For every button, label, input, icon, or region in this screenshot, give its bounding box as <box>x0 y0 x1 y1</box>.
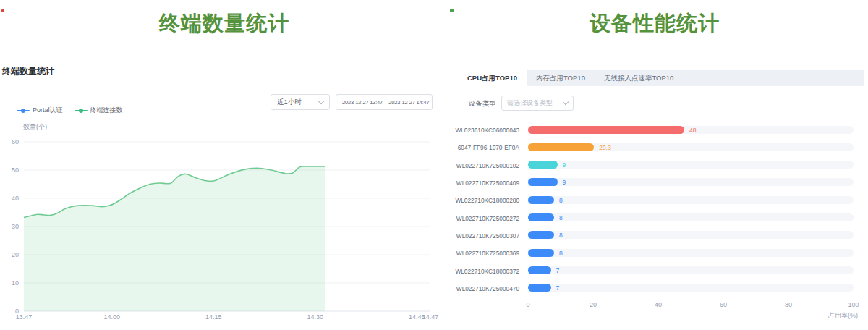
bar-category-label: WL022710K725000409 <box>454 179 519 187</box>
bar-value-label: 8 <box>559 197 563 204</box>
x-tick-label: 13:47 <box>16 313 33 321</box>
bar-track <box>528 284 854 292</box>
date-range-start: 2023-12-27 13:47 <box>342 99 383 106</box>
legend-marker-icon <box>17 109 30 112</box>
bar-value-label: 7 <box>556 267 560 274</box>
bar-track <box>528 161 854 169</box>
device-type-placeholder: 请选择设备类型 <box>507 98 553 108</box>
bar-category-label: WL023610KC06000043 <box>454 127 519 134</box>
x-tick-label: 14:15 <box>205 313 222 321</box>
chevron-down-icon <box>318 98 324 103</box>
bar-track <box>528 249 854 257</box>
area-fill-1 <box>24 166 326 311</box>
legend-dot <box>79 109 83 113</box>
bar[interactable] <box>528 231 554 239</box>
date-range-end: 2023-12-27 14:47 <box>388 99 429 106</box>
legend-marker-icon <box>75 109 88 112</box>
legend-label: 终端连接数 <box>90 106 123 115</box>
x-tick-label: 14:00 <box>104 313 121 321</box>
bar-x-tick-label: 80 <box>785 301 792 308</box>
bar-category-label: WL022710K725000369 <box>454 250 519 257</box>
tab-memory-top10[interactable]: 内存占用TOP10 <box>527 70 595 86</box>
bar-value-label: 7 <box>556 284 560 292</box>
legend: Portal认证终端连接数 <box>17 106 123 115</box>
y-tick-label: 60 <box>0 138 19 145</box>
bar[interactable] <box>528 284 551 292</box>
bar-value-label: 9 <box>563 179 566 186</box>
bar[interactable] <box>528 266 551 274</box>
bar-category-label: WL022710K725000102 <box>454 162 519 169</box>
date-range-separator: - <box>385 99 386 106</box>
bar-category-label: 6047-FF96-1070-EF0A <box>454 144 519 151</box>
bar-value-label: 20.3 <box>599 144 611 151</box>
bar[interactable] <box>528 249 554 257</box>
bar-x-axis-title: 占用率(%) <box>800 311 858 321</box>
bar-track <box>528 266 854 274</box>
bar-category-label: WL022710K725000470 <box>454 285 519 292</box>
tab-wireless-rate-top10[interactable]: 无线接入点速率TOP10 <box>595 70 683 86</box>
bar-track <box>528 231 854 239</box>
bar[interactable] <box>528 126 684 134</box>
bar-x-tick-label: 100 <box>848 301 859 308</box>
device-type-select[interactable]: 请选择设备类型 <box>501 96 574 111</box>
y-axis-title: 数量(个) <box>23 122 47 132</box>
bar-category-label: WL022710KC18000280 <box>454 197 519 204</box>
date-range-picker[interactable]: 2023-12-27 13:47 - 2023-12-27 14:47 <box>336 94 433 110</box>
device-section-title: 设备性能统计 <box>448 9 861 38</box>
bar-value-label: 9 <box>563 161 566 169</box>
bar[interactable] <box>528 213 554 221</box>
bar-track <box>528 178 854 186</box>
bar-x-tick-label: 60 <box>720 301 727 308</box>
legend-label: Portal认证 <box>33 106 63 115</box>
bar-track <box>528 143 854 151</box>
legend-item[interactable]: Portal认证 <box>17 106 63 115</box>
legend-dot <box>21 109 25 113</box>
tab-bar: CPU占用TOP10内存占用TOP10无线接入点速率TOP10 <box>458 70 864 86</box>
y-tick-label: 40 <box>0 195 19 202</box>
bar-x-tick-label: 40 <box>655 301 662 308</box>
bar[interactable] <box>528 196 554 204</box>
bar-chart-axis-line <box>527 122 527 297</box>
y-tick-label: 30 <box>0 223 19 230</box>
bar-track <box>528 196 854 204</box>
dashboard-page: 终端数量统计 终端数量统计 近1小时 2023-12-27 13:47 - 20… <box>0 0 868 330</box>
terminal-line-chart[interactable] <box>24 139 433 316</box>
x-tick-label: 14:30 <box>307 313 324 321</box>
time-range-select[interactable]: 近1小时 <box>271 94 330 110</box>
y-tick-label: 10 <box>0 279 19 287</box>
bar-category-label: WL022710K725000307 <box>454 232 519 240</box>
y-tick-label: 20 <box>0 251 19 258</box>
bar-x-tick-label: 20 <box>590 301 597 308</box>
bar-value-label: 8 <box>559 214 563 221</box>
bar-category-label: WL022710KC18000372 <box>454 268 519 275</box>
terminal-panel-header: 终端数量统计 <box>2 65 54 77</box>
bar-value-label: 8 <box>559 232 563 239</box>
chevron-down-icon <box>563 99 569 105</box>
bar[interactable] <box>528 178 558 186</box>
tab-cpu-top10[interactable]: CPU占用TOP10 <box>458 70 527 86</box>
y-tick-label: 50 <box>0 166 19 174</box>
bar-value-label: 48 <box>689 127 696 134</box>
legend-item[interactable]: 终端连接数 <box>75 106 123 115</box>
bar-track <box>528 213 854 221</box>
terminal-section-title: 终端数量统计 <box>0 9 448 38</box>
device-type-label: 设备类型 <box>469 99 496 109</box>
bar-value-label: 8 <box>559 250 563 257</box>
bar-category-label: WL022710K725000272 <box>454 215 519 222</box>
time-range-select-value: 近1小时 <box>277 98 302 107</box>
bar[interactable] <box>528 143 594 151</box>
bar[interactable] <box>528 161 558 169</box>
bar-x-tick-label: 0 <box>526 301 529 308</box>
x-tick-label: 14:47 <box>422 313 439 321</box>
